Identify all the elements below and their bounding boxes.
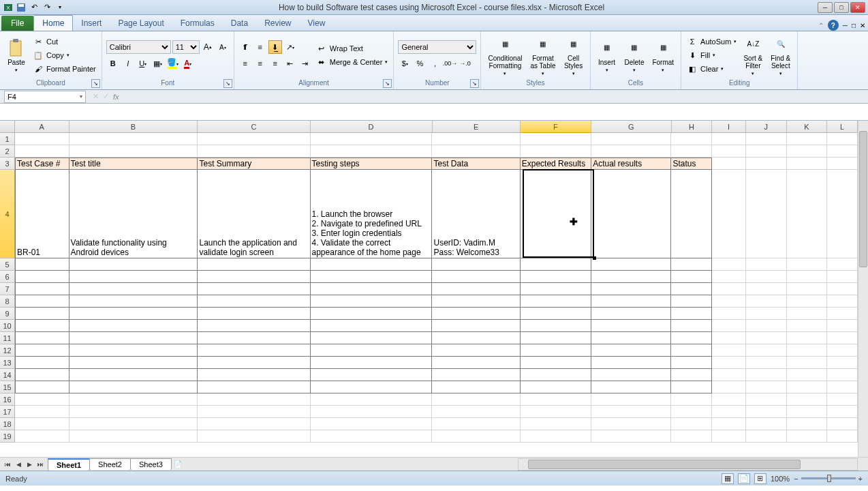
- cell-C5[interactable]: [198, 258, 310, 271]
- cell-B7[interactable]: [69, 283, 198, 295]
- cell-B6[interactable]: [69, 271, 198, 283]
- zoom-slider[interactable]: [801, 477, 856, 479]
- cell-F15[interactable]: [521, 381, 591, 393]
- cell-L10[interactable]: [827, 320, 858, 332]
- cell-G14[interactable]: [591, 369, 671, 381]
- cell-J6[interactable]: [746, 271, 787, 283]
- cell-I18[interactable]: [712, 418, 746, 430]
- cell-I10[interactable]: [712, 320, 746, 332]
- cell-E16[interactable]: [432, 393, 520, 406]
- doc-minimize-button[interactable]: ─: [843, 22, 848, 29]
- tab-review[interactable]: Review: [256, 16, 299, 31]
- cell-D15[interactable]: [311, 381, 433, 393]
- col-header-D[interactable]: D: [311, 121, 433, 133]
- cell-J13[interactable]: [746, 357, 787, 369]
- cell-C1[interactable]: [198, 133, 310, 145]
- bold-button[interactable]: B: [106, 57, 120, 70]
- row-header-7[interactable]: 7: [0, 283, 15, 295]
- cell-F6[interactable]: [521, 271, 591, 283]
- zoom-out-button[interactable]: −: [794, 475, 798, 483]
- save-icon[interactable]: [16, 2, 27, 13]
- row-header-2[interactable]: 2: [0, 145, 15, 158]
- row-header-14[interactable]: 14: [0, 369, 15, 381]
- align-right-button[interactable]: ≡: [268, 57, 282, 70]
- cell-C12[interactable]: [198, 344, 310, 357]
- close-button[interactable]: ✕: [850, 2, 865, 13]
- cell-D17[interactable]: [311, 406, 433, 418]
- col-header-F[interactable]: F: [521, 121, 591, 133]
- cell-D6[interactable]: [311, 271, 433, 283]
- row-header-6[interactable]: 6: [0, 271, 15, 283]
- cell-I15[interactable]: [712, 381, 746, 393]
- increase-indent-button[interactable]: ⇥: [298, 57, 312, 70]
- tab-data[interactable]: Data: [223, 16, 256, 31]
- sheet-tab-3[interactable]: Sheet3: [130, 458, 172, 470]
- cell-J9[interactable]: [746, 308, 787, 320]
- fill-button[interactable]: ⬇Fill▾: [685, 49, 738, 61]
- cell-L11[interactable]: [827, 332, 858, 344]
- qat-dropdown-icon[interactable]: ▾: [55, 2, 65, 13]
- cell-L8[interactable]: [827, 295, 858, 308]
- cell-K10[interactable]: [787, 320, 828, 332]
- cell-K16[interactable]: [787, 393, 828, 406]
- cell-A4[interactable]: BR-01: [15, 170, 69, 258]
- cell-F16[interactable]: [521, 393, 591, 406]
- cell-I2[interactable]: [712, 145, 746, 158]
- cell-H4[interactable]: [671, 170, 712, 258]
- cell-A2[interactable]: [15, 145, 69, 158]
- next-sheet-button[interactable]: ▶: [25, 460, 34, 469]
- cell-E19[interactable]: [432, 430, 520, 443]
- fill-color-button[interactable]: 🪣▾: [166, 57, 180, 70]
- cell-H3[interactable]: Status: [671, 158, 712, 170]
- cell-B15[interactable]: [69, 381, 198, 393]
- font-size-combo[interactable]: 11: [172, 40, 200, 54]
- cell-E10[interactable]: [432, 320, 520, 332]
- cell-B14[interactable]: [69, 369, 198, 381]
- cell-H14[interactable]: [671, 369, 712, 381]
- number-format-combo[interactable]: General: [398, 40, 476, 54]
- underline-button[interactable]: U▾: [136, 57, 150, 70]
- wrap-text-button[interactable]: ↩Wrap Text: [315, 42, 390, 55]
- cell-C3[interactable]: Test Summary: [198, 158, 310, 170]
- cell-K3[interactable]: [787, 158, 828, 170]
- cell-H9[interactable]: [671, 308, 712, 320]
- sheet-tab-2[interactable]: Sheet2: [89, 458, 131, 470]
- cell-A14[interactable]: [15, 369, 69, 381]
- minimize-ribbon-icon[interactable]: ⌃: [818, 22, 824, 29]
- cell-H16[interactable]: [671, 393, 712, 406]
- col-header-J[interactable]: J: [746, 121, 787, 133]
- doc-close-button[interactable]: ✕: [860, 22, 865, 29]
- cell-C14[interactable]: [198, 369, 310, 381]
- cell-D16[interactable]: [311, 393, 433, 406]
- format-cells-button[interactable]: ▦Format▾: [649, 33, 677, 78]
- cell-D11[interactable]: [311, 332, 433, 344]
- cell-H5[interactable]: [671, 258, 712, 271]
- col-header-I[interactable]: I: [712, 121, 746, 133]
- cell-B9[interactable]: [69, 308, 198, 320]
- cell-K12[interactable]: [787, 344, 828, 357]
- col-header-A[interactable]: A: [15, 121, 69, 133]
- cell-J14[interactable]: [746, 369, 787, 381]
- cell-L14[interactable]: [827, 369, 858, 381]
- cell-G8[interactable]: [591, 295, 671, 308]
- cell-C8[interactable]: [198, 295, 310, 308]
- cell-C19[interactable]: [198, 430, 310, 443]
- zoom-in-button[interactable]: +: [858, 475, 863, 483]
- cell-A18[interactable]: [15, 418, 69, 430]
- row-header-9[interactable]: 9: [0, 308, 15, 320]
- cell-B16[interactable]: [69, 393, 198, 406]
- cell-L5[interactable]: [827, 258, 858, 271]
- cell-D14[interactable]: [311, 369, 433, 381]
- cell-E4[interactable]: UserID: Vadim.M Pass: Welcome33: [432, 170, 520, 258]
- help-icon[interactable]: ?: [828, 20, 839, 31]
- cell-L17[interactable]: [827, 406, 858, 418]
- row-header-8[interactable]: 8: [0, 295, 15, 308]
- tab-formulas[interactable]: Formulas: [172, 16, 223, 31]
- row-header-13[interactable]: 13: [0, 357, 15, 369]
- cell-C4[interactable]: Launch the application and validate logi…: [198, 170, 310, 258]
- cell-H11[interactable]: [671, 332, 712, 344]
- fill-handle[interactable]: [593, 256, 596, 260]
- cell-C17[interactable]: [198, 406, 310, 418]
- cell-C2[interactable]: [198, 145, 310, 158]
- vertical-scroll-thumb[interactable]: [859, 131, 867, 267]
